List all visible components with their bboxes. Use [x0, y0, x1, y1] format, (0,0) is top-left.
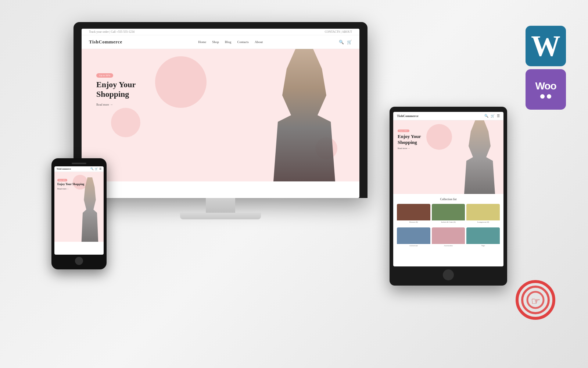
wordpress-logo-symbol: W: [531, 31, 560, 61]
phone-readmore-link[interactable]: Read more →: [57, 188, 84, 190]
woo-logo-text: Woo: [535, 80, 556, 92]
collection-item-dresses[interactable]: Dresses (8): [397, 204, 430, 226]
nav-blog[interactable]: Blog: [225, 40, 232, 44]
topbar-right: CONTACTS | ABOUT: [325, 30, 352, 33]
collection-item-label: Activewear: [397, 245, 430, 247]
phone-logo: TishCommerce: [57, 168, 71, 170]
woo-circle-1: [540, 94, 545, 99]
collection-item-accessories[interactable]: Accessories: [432, 227, 465, 250]
monitor-bezel: Track your order | Call +555 555-1234 CO…: [74, 22, 368, 198]
monitor-screen: Track your order | Call +555 555-1234 CO…: [82, 29, 359, 198]
collection-item-active[interactable]: Activewear: [397, 227, 430, 250]
desktop-navbar: TishCommerce Home Shop Blog Contacts Abo…: [82, 35, 359, 49]
tablet-title-line1: Enjoy Your: [398, 134, 421, 139]
collection-item-img: [432, 227, 465, 244]
desktop-website: Track your order | Call +555 555-1234 CO…: [82, 29, 359, 181]
phone-speaker: [72, 163, 86, 164]
tablet-cart-icon[interactable]: 🛒: [491, 114, 495, 118]
tablet-collection-section: Collection list Dresses (8) Jackets & Co…: [393, 194, 503, 253]
cart-icon[interactable]: 🛒: [347, 40, 352, 45]
nav-shop[interactable]: Shop: [212, 40, 219, 44]
nav-home[interactable]: Home: [198, 40, 206, 44]
cursor-click-icon: ☞: [515, 280, 556, 320]
tablet-bezel: TishCommerce 🔍 🛒 ☰ Up to 50% Enjoy Your …: [390, 107, 507, 286]
collection-item-img: [432, 204, 465, 220]
collection-section-title: Collection list: [397, 198, 500, 201]
collection-item-img: [466, 204, 500, 220]
collection-item-label: Jackets & Coats (6): [432, 221, 465, 223]
desktop-nav-icons: 🔍 🛒: [339, 40, 352, 45]
hero-decorative-circle-1: [155, 56, 207, 108]
cursor-svg: ☞: [515, 280, 556, 320]
tablet-hero-text: Up to 50% Enjoy Your Shopping Read more …: [398, 126, 421, 149]
nav-about[interactable]: About: [255, 40, 263, 44]
desktop-topbar: Track your order | Call +555 555-1234 CO…: [82, 29, 359, 35]
tablet-home-button[interactable]: [443, 269, 454, 280]
hero-readmore-link[interactable]: Read more →: [96, 103, 136, 106]
phone-cart-icon[interactable]: 🛒: [95, 167, 98, 170]
collection-item-label: Accessories: [432, 245, 465, 247]
tablet-model-figure: [458, 120, 502, 194]
phone-screen: TishCommerce 🔍 🛒 ☰ Up to 50% Enjoy Your …: [54, 166, 104, 255]
collection-item-img: [397, 204, 430, 220]
tablet-hero: Up to 50% Enjoy Your Shopping Read more …: [393, 120, 503, 194]
desktop-nav-links: Home Shop Blog Contacts About: [198, 40, 263, 44]
tablet-website: TishCommerce 🔍 🛒 ☰ Up to 50% Enjoy Your …: [393, 112, 503, 253]
tablet-menu-icon[interactable]: ☰: [497, 114, 500, 118]
phone-device: TishCommerce 🔍 🛒 ☰ Up to 50% Enjoy Your …: [51, 158, 107, 269]
collection-item-label: Tops: [466, 245, 500, 247]
topbar-left: Track your order | Call +555 555-1234: [89, 30, 135, 33]
woo-circle-2: [547, 94, 551, 99]
collection-item-jackets[interactable]: Jackets & Coats (6): [432, 204, 465, 226]
phone-hero: Up to 50% Enjoy Your Shopping Read more …: [54, 172, 104, 242]
hero-title-line1: Enjoy Your: [96, 80, 136, 89]
collection-grid: Dresses (8) Jackets & Coats (6) Loungewe…: [397, 204, 500, 250]
tablet-hero-title: Enjoy Your Shopping: [398, 134, 421, 145]
collection-item-img: [397, 227, 430, 244]
phone-navbar: TishCommerce 🔍 🛒 ☰: [54, 166, 104, 172]
woo-inner: Woo: [535, 80, 556, 99]
desktop-logo: TishCommerce: [89, 39, 122, 45]
collection-item-loungewear[interactable]: Loungewear (8): [466, 204, 500, 226]
tablet-nav-icons: 🔍 🛒 ☰: [484, 114, 500, 118]
phone-bezel: TishCommerce 🔍 🛒 ☰ Up to 50% Enjoy Your …: [51, 158, 107, 269]
phone-website: TishCommerce 🔍 🛒 ☰ Up to 50% Enjoy Your …: [54, 166, 104, 242]
tablet-logo: TishCommerce: [397, 114, 419, 118]
phone-hero-badge: Up to 50%: [57, 179, 67, 181]
collection-item-tops[interactable]: Tops: [466, 227, 500, 250]
phone-hero-title: Enjoy Your Shopping: [57, 183, 84, 186]
tablet-readmore-link[interactable]: Read more →: [398, 147, 421, 149]
svg-text:☞: ☞: [531, 296, 540, 307]
nav-contacts[interactable]: Contacts: [237, 40, 249, 44]
hero-decorative-circle-2: [111, 108, 140, 137]
tablet-search-icon[interactable]: 🔍: [484, 114, 488, 118]
tablet-hero-badge: Up to 50%: [398, 130, 409, 132]
hero-badge: Up to 50%: [96, 73, 113, 78]
woocommerce-icon: Woo: [526, 69, 566, 110]
desktop-monitor: Track your order | Call +555 555-1234 CO…: [74, 22, 368, 219]
phone-nav-icons: 🔍 🛒 ☰: [90, 167, 101, 170]
hero-model-figure: [260, 49, 348, 181]
collection-item-label: Loungewear (8): [466, 221, 500, 223]
tablet-device: TishCommerce 🔍 🛒 ☰ Up to 50% Enjoy Your …: [390, 107, 507, 286]
phone-home-button[interactable]: [75, 257, 83, 265]
tablet-title-line2: Shopping: [398, 139, 417, 145]
collection-item-label: Dresses (8): [397, 221, 430, 223]
monitor-stand-neck: [206, 198, 235, 213]
phone-search-icon[interactable]: 🔍: [90, 167, 94, 170]
collection-item-img: [466, 227, 500, 244]
phone-hero-text: Up to 50% Enjoy Your Shopping Read more …: [57, 176, 84, 190]
tablet-hero-circle: [426, 124, 452, 150]
tablet-navbar: TishCommerce 🔍 🛒 ☰: [393, 112, 503, 120]
search-icon[interactable]: 🔍: [339, 40, 344, 45]
desktop-hero: Up to 50% Enjoy Your Shopping Read more …: [82, 49, 359, 181]
monitor-stand-base: [180, 213, 261, 219]
phone-menu-icon[interactable]: ☰: [99, 167, 101, 170]
wordpress-icon: W: [526, 26, 566, 66]
hero-text-block: Up to 50% Enjoy Your Shopping Read more …: [96, 71, 136, 106]
hero-title-line2: Shopping: [96, 89, 129, 99]
hero-title: Enjoy Your Shopping: [96, 80, 136, 99]
brand-icons-container: W Woo: [526, 26, 566, 110]
tablet-screen: TishCommerce 🔍 🛒 ☰ Up to 50% Enjoy Your …: [393, 112, 503, 266]
